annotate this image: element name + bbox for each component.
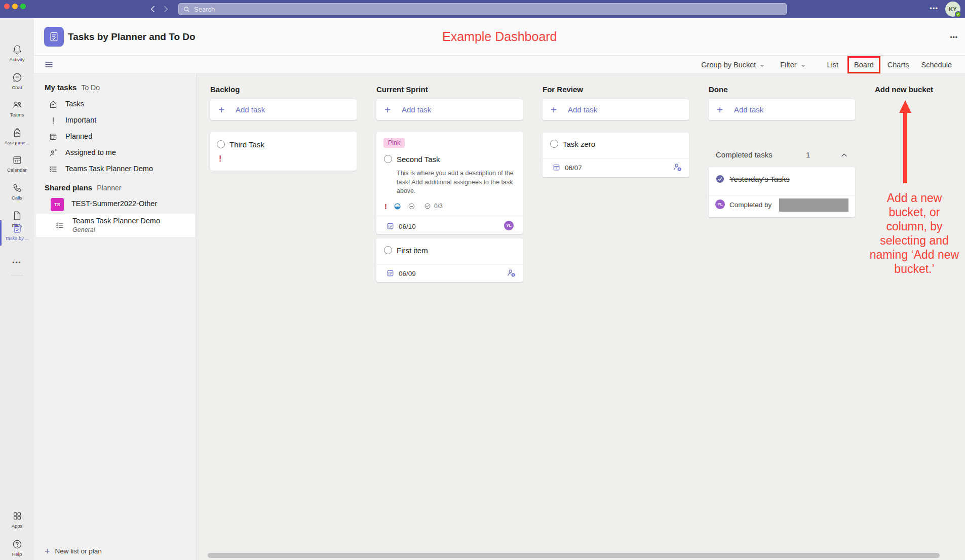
sidebar-item-assigned-to-me[interactable]: Assigned to me	[34, 145, 197, 161]
add-task-label: Add task	[236, 105, 265, 114]
card-divider	[376, 264, 523, 265]
rail-item-activity[interactable]: Activity	[0, 44, 34, 62]
tab-schedule[interactable]: Schedule	[921, 61, 952, 69]
group-by-dropdown[interactable]: Group by Bucket	[701, 61, 765, 69]
add-task-button[interactable]: + Add task	[543, 99, 689, 120]
rail-item-teams[interactable]: Teams	[0, 99, 34, 117]
column-header-for-review: For Review	[543, 85, 583, 94]
plus-icon: +	[45, 548, 50, 555]
sidebar-item-planned[interactable]: Planned	[34, 129, 197, 145]
hamburger-menu-icon[interactable]	[44, 60, 54, 69]
sidebar-item-label: Tasks	[65, 100, 84, 108]
column-header-backlog: Backlog	[210, 85, 240, 94]
redacted-name	[779, 198, 848, 212]
add-new-bucket-button[interactable]: Add new bucket	[875, 85, 933, 94]
close-window-button[interactable]	[4, 4, 10, 9]
sidebar-item-teams-task-planner-demo[interactable]: Teams Task Planner Demo	[34, 161, 197, 177]
my-tasks-heading: My tasksTo Do	[45, 83, 100, 92]
chevron-down-icon	[759, 63, 765, 68]
completed-check-icon[interactable]	[715, 174, 725, 184]
chat-bubble-icon	[12, 72, 23, 83]
sidebar-item-test-summer2022[interactable]: TS TEST-Summer2022-Other	[34, 196, 197, 213]
tab-board-active-with-red-annotation-box[interactable]: Board	[847, 56, 880, 73]
task-title: Yesterday's Tasks	[729, 175, 790, 183]
rail-item-help[interactable]: Help	[0, 539, 34, 557]
complete-task-circle[interactable]	[550, 140, 558, 148]
task-card-task-zero[interactable]: Task zero 06/07	[543, 133, 689, 177]
completed-tasks-count: 1	[806, 150, 810, 159]
minimize-window-button[interactable]	[12, 4, 18, 9]
add-task-button[interactable]: + Add task	[210, 99, 357, 120]
rail-item-assignments[interactable]: Assignme...	[0, 127, 34, 145]
shared-plans-heading: Shared plansPlanner	[45, 183, 121, 192]
search-bar[interactable]	[178, 3, 787, 15]
rail-item-tasks[interactable]: Tasks by ...	[0, 223, 34, 241]
task-title: Third Task	[229, 140, 264, 149]
card-divider	[543, 158, 689, 158]
complete-task-circle[interactable]	[384, 246, 392, 254]
complete-task-circle[interactable]	[384, 155, 392, 163]
sidebar-item-label: Assigned to me	[65, 148, 116, 156]
calendar-icon	[12, 154, 23, 166]
in-progress-icon	[394, 203, 401, 210]
assignee-avatar[interactable]: YL	[504, 221, 514, 230]
shared-plans-suffix: Planner	[97, 184, 121, 192]
chevron-down-icon	[800, 63, 806, 68]
exclamation-icon	[49, 116, 58, 125]
rail-item-calls[interactable]: Calls	[0, 182, 34, 201]
assign-person-icon[interactable]	[672, 162, 682, 172]
rail-item-chat[interactable]: Chat	[0, 72, 34, 90]
task-description: This is where you add a description of t…	[397, 169, 515, 196]
completed-by-label: Completed by	[729, 201, 771, 209]
avatar[interactable]: KY ✓	[945, 2, 960, 17]
horizontal-scrollbar[interactable]	[208, 553, 940, 558]
rail-item-apps[interactable]: Apps	[0, 510, 34, 529]
add-task-button[interactable]: + Add task	[376, 99, 523, 120]
complete-task-circle[interactable]	[217, 140, 225, 148]
presence-status-icon: ✓	[955, 11, 961, 18]
task-card-first-item[interactable]: First item 06/09	[376, 238, 523, 282]
card-divider	[376, 216, 523, 216]
shared-plans-label: Shared plans	[45, 183, 92, 192]
sidebar-item-important[interactable]: Important	[34, 112, 197, 129]
sidebar-item-teams-task-planner-demo-selected[interactable]: Teams Task Planner Demo General	[36, 214, 195, 237]
titlebar-more-icon[interactable]: •••	[930, 5, 938, 12]
phone-icon	[12, 182, 23, 193]
tab-charts[interactable]: Charts	[887, 61, 909, 69]
tab-list[interactable]: List	[827, 61, 839, 69]
checklist-progress: 0/3	[434, 203, 443, 210]
search-input[interactable]	[194, 6, 782, 13]
notes-bubble-icon	[408, 203, 415, 210]
task-card-second-task[interactable]: Pink Second Task This is where you add a…	[376, 132, 523, 234]
bell-icon	[12, 44, 23, 55]
back-icon[interactable]	[148, 4, 158, 14]
due-date-calendar-icon	[386, 222, 395, 230]
home-check-icon	[49, 100, 58, 109]
sidebar-item-tasks[interactable]: Tasks	[34, 96, 197, 112]
category-label-pink: Pink	[383, 138, 405, 148]
assignee-avatar[interactable]: YL	[715, 199, 725, 209]
add-task-button[interactable]: + Add task	[709, 99, 855, 120]
header-more-icon[interactable]: •••	[950, 34, 958, 41]
rail-item-calendar[interactable]: Calendar	[0, 154, 34, 173]
selected-plan-title: Teams Task Planner Demo	[72, 217, 160, 225]
sidebar-item-label: Planned	[65, 132, 92, 140]
annotation-arrow-shaft	[903, 112, 907, 183]
task-card-third-task[interactable]: Third Task !	[210, 132, 357, 171]
due-date: 06/07	[565, 164, 582, 172]
task-indicator-row: ! 0/3	[384, 202, 443, 210]
backpack-icon	[12, 127, 23, 138]
assign-person-icon[interactable]	[506, 268, 516, 278]
file-icon	[12, 210, 23, 221]
completed-tasks-toggle[interactable]: Completed tasks 1	[716, 150, 855, 159]
forward-icon[interactable]	[161, 4, 171, 14]
app-rail: Activity Chat Teams Assignme... Calendar…	[0, 18, 34, 560]
filter-dropdown[interactable]: Filter	[780, 61, 805, 69]
zoom-window-button[interactable]	[20, 4, 26, 9]
avatar-initials: KY	[949, 6, 956, 12]
new-list-or-plan-button[interactable]: + New list or plan	[45, 547, 102, 555]
people-icon	[12, 99, 23, 110]
rail-more-icon[interactable]: •••	[0, 259, 34, 266]
task-card-yesterdays-tasks[interactable]: Yesterday's Tasks YL Completed by	[709, 167, 855, 217]
group-by-label: Group by Bucket	[701, 61, 756, 69]
